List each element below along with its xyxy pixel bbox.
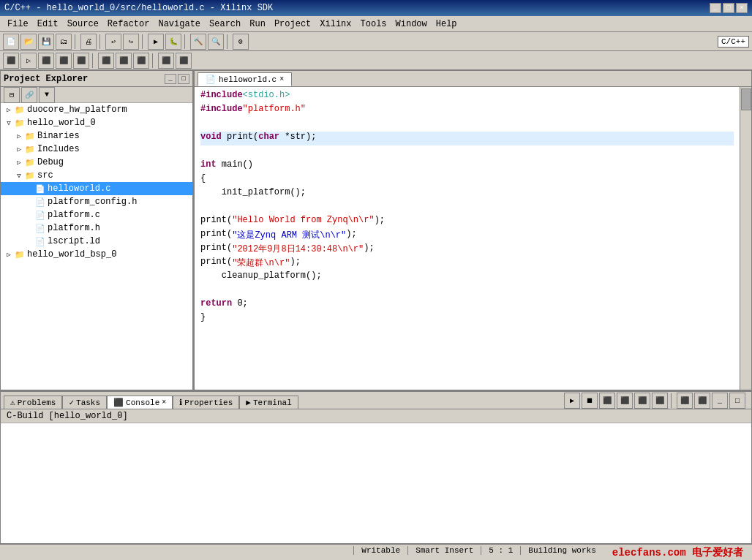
tree-item-debug[interactable]: ▷ 📁 Debug (1, 156, 192, 169)
console-max[interactable]: □ (729, 393, 745, 409)
code-line-13: cleanup_platform(); (200, 270, 734, 284)
menu-project[interactable]: Project (270, 18, 315, 31)
sep6 (92, 53, 95, 68)
menu-run[interactable]: Run (245, 18, 270, 31)
console-tb7[interactable]: ⬛ (677, 393, 693, 409)
tree-item-includes[interactable]: ▷ 📁 Includes (1, 143, 192, 156)
code-line-2 (200, 118, 734, 132)
menu-edit[interactable]: Edit (33, 18, 63, 31)
tb-new[interactable]: 📄 (3, 34, 19, 50)
close-button[interactable]: × (736, 3, 748, 13)
pe-collapse[interactable]: ⊟ (4, 87, 20, 103)
tb-save[interactable]: 💾 (38, 34, 54, 50)
tb-run[interactable]: ▶ (148, 34, 164, 50)
tb2-4[interactable]: ⬛ (56, 53, 72, 69)
toggle-binaries[interactable]: ▷ (14, 132, 24, 140)
tb-perspective[interactable]: ⚙ (233, 34, 249, 50)
tb2-1[interactable]: ⬛ (3, 53, 19, 69)
status-right: Writable Smart Insert 5 : 1 Building wor… (353, 546, 752, 559)
console-icon: ⬛ (113, 398, 124, 407)
menu-file[interactable]: File (3, 18, 33, 31)
tb-undo[interactable]: ↩ (105, 34, 121, 50)
console-tb6[interactable]: ⬛ (652, 393, 668, 409)
tree-label-debug: Debug (37, 157, 64, 167)
status-bar: Writable Smart Insert 5 : 1 Building wor… (0, 544, 752, 560)
tab-tasks[interactable]: ✓ Tasks (62, 396, 107, 409)
tree-item-platform-h[interactable]: 📄 platform.h (1, 222, 192, 235)
console-tb5[interactable]: ⬛ (634, 393, 650, 409)
tree-item-lscript-ld[interactable]: 📄 lscript.ld (1, 235, 192, 248)
tb-debug[interactable]: 🐛 (165, 34, 181, 50)
tab-close-console[interactable]: × (162, 398, 166, 406)
code-area[interactable]: #include <stdio.h>#include "platform.h" … (195, 87, 740, 390)
folder-icon-hello0: 📁 (14, 117, 26, 129)
tb2-7[interactable]: ⬛ (116, 53, 132, 69)
menu-help[interactable]: Help (432, 18, 462, 31)
tb2-8[interactable]: ⬛ (133, 53, 149, 69)
pe-minimize[interactable]: _ (165, 74, 176, 84)
pe-menu[interactable]: ▼ (39, 87, 55, 103)
tb2-9[interactable]: ⬛ (158, 53, 174, 69)
tb-save-all[interactable]: 🗂 (56, 34, 72, 50)
pe-content[interactable]: ▷ 📁 duocore_hw_platform ▽ 📁 hello_world_… (1, 103, 192, 390)
toggle-debug[interactable]: ▷ (14, 159, 24, 167)
editor-scrollbar[interactable] (740, 87, 751, 390)
toggle-hello0[interactable]: ▽ (4, 119, 14, 127)
tree-item-platform-c[interactable]: 📄 platform.c (1, 208, 192, 222)
tree-item-hello-bsp[interactable]: ▷ 📁 hello_world_bsp_0 (1, 248, 192, 261)
menu-navigate[interactable]: Navigate (154, 18, 205, 31)
tree-item-platform-config-h[interactable]: 📄 platform_config.h (1, 195, 192, 208)
console-tb3[interactable]: ⬛ (599, 393, 615, 409)
tree-item-binaries[interactable]: ▷ 📁 Binaries (1, 129, 192, 143)
console-content[interactable] (1, 423, 751, 543)
menu-tools[interactable]: Tools (356, 18, 391, 31)
tb2-10[interactable]: ⬛ (176, 53, 192, 69)
folder-icon-hello-bsp: 📁 (14, 249, 26, 260)
toggle-src[interactable]: ▽ (14, 172, 24, 180)
pe-link[interactable]: 🔗 (21, 87, 37, 103)
tab-label-terminal: Terminal (253, 398, 292, 407)
tasks-icon: ✓ (69, 398, 74, 407)
workspace: Project Explorer _ □ ⊟ 🔗 ▼ ▷ 📁 duocore_h… (0, 70, 752, 390)
menu-search[interactable]: Search (205, 18, 245, 31)
sep-console (671, 393, 674, 408)
menu-window[interactable]: Window (391, 18, 432, 31)
tab-terminal[interactable]: ▶ Terminal (239, 396, 298, 409)
toggle-duocore[interactable]: ▷ (4, 106, 14, 114)
maximize-button[interactable]: □ (723, 3, 734, 13)
tb-print[interactable]: 🖨 (80, 34, 97, 50)
console-tb2[interactable]: ⏹ (582, 393, 598, 409)
pe-maximize[interactable]: □ (178, 74, 189, 84)
editor-tab-helloworld[interactable]: 📄 helloworld.c × (198, 72, 292, 86)
tab-console[interactable]: ⬛ Console × (107, 396, 173, 409)
tree-item-hello0[interactable]: ▽ 📁 hello_world_0 (1, 116, 192, 129)
console-tb8[interactable]: ⬛ (694, 393, 710, 409)
tb2-2[interactable]: ▷ (20, 53, 37, 69)
tb2-3[interactable]: ⬛ (38, 53, 54, 69)
menu-xilinx[interactable]: Xilinx (315, 18, 356, 31)
tb2-5[interactable]: ⬛ (73, 53, 89, 69)
toggle-hello-bsp[interactable]: ▷ (4, 251, 14, 259)
code-line-5: int main() (200, 159, 734, 173)
tb2-6[interactable]: ⬛ (98, 53, 114, 69)
tb-build[interactable]: 🔨 (190, 34, 206, 50)
menu-refactor[interactable]: Refactor (103, 18, 154, 31)
console-tb1[interactable]: ▶ (564, 393, 580, 409)
tab-problems[interactable]: ⚠ Problems (4, 396, 62, 409)
menu-source[interactable]: Source (63, 18, 103, 31)
tree-item-helloworld-c[interactable]: 📄 helloworld.c (1, 182, 192, 195)
tab-label-console: Console (126, 398, 159, 407)
tb-open[interactable]: 📂 (20, 34, 37, 50)
minimize-button[interactable]: _ (710, 3, 721, 13)
editor-tab-close[interactable]: × (279, 75, 284, 83)
tb-redo[interactable]: ↪ (123, 34, 139, 50)
tree-item-src[interactable]: ▽ 📁 src (1, 169, 192, 182)
sep2 (99, 34, 102, 49)
tb-search[interactable]: 🔍 (208, 34, 224, 50)
tree-label-includes: Includes (37, 144, 80, 154)
console-tb4[interactable]: ⬛ (617, 393, 633, 409)
tab-properties[interactable]: ℹ Properties (173, 396, 239, 409)
console-min[interactable]: _ (712, 393, 728, 409)
toggle-includes[interactable]: ▷ (14, 145, 24, 154)
tree-item-duocore[interactable]: ▷ 📁 duocore_hw_platform (1, 103, 192, 116)
